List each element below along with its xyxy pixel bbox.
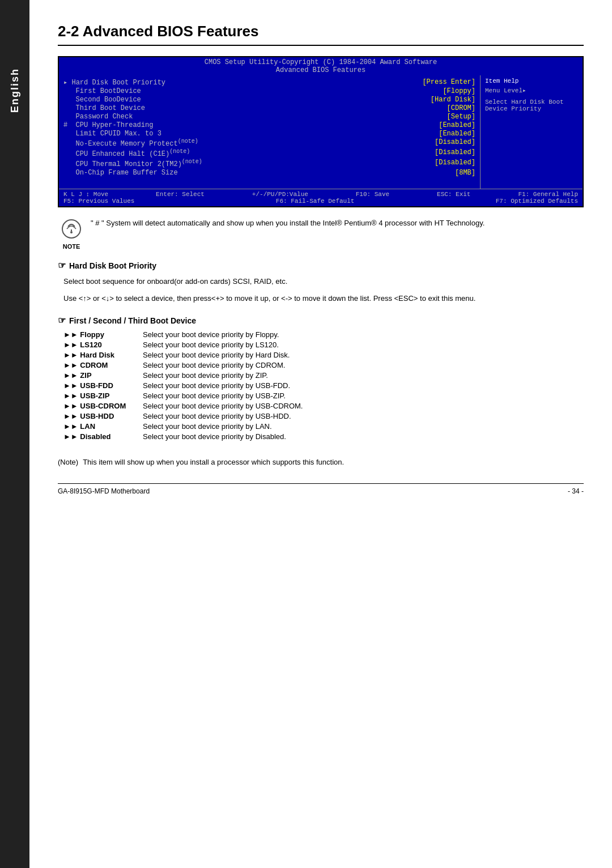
note-label: NOTE: [58, 243, 85, 250]
bios-row-8: CPU Enhanced Halt (C1E)(note) [Disabled]: [63, 148, 475, 158]
section-hard-disk-boot: Hard Disk Boot Priority Select boot sequ…: [58, 260, 584, 305]
boot-list-item: ►► LANSelect your boot device priority b…: [63, 422, 584, 431]
boot-list-item: ►► Hard DiskSelect your boot device prio…: [63, 351, 584, 359]
section-boot-device: First / Second / Third Boot Device ►► Fl…: [58, 315, 584, 441]
boot-item-label-3: ►► CDROM: [63, 361, 143, 369]
boot-list-item: ►► ZIPSelect your boot device priority b…: [63, 371, 584, 380]
footer-right: - 34 -: [568, 487, 584, 495]
boot-item-label-4: ►► ZIP: [63, 371, 143, 380]
section1-title: Hard Disk Boot Priority: [58, 260, 584, 271]
section1-para2: Use <↑> or <↓> to select a device, then …: [63, 292, 584, 305]
boot-item-label-2: ►► Hard Disk: [63, 351, 143, 359]
boot-list-item: ►► USB-ZIPSelect your boot device priori…: [63, 392, 584, 400]
boot-list-item: ►► USB-FDDSelect your boot device priori…: [63, 381, 584, 390]
boot-item-desc-1: Select your boot device priority by LS12…: [143, 341, 584, 349]
note-section: NOTE " # " System will detect automatica…: [58, 218, 584, 250]
svg-point-0: [62, 220, 80, 238]
boot-item-desc-10: Select your boot device priority by Disa…: [143, 432, 584, 441]
boot-list-item: ►► CDROMSelect your boot device priority…: [63, 361, 584, 369]
bios-header-line2: Advanced BIOS Features: [59, 66, 583, 74]
boot-item-label-10: ►► Disabled: [63, 432, 143, 441]
bios-body: ▸ Hard Disk Boot Priority [Press Enter] …: [59, 75, 583, 189]
boot-item-label-6: ►► USB-ZIP: [63, 392, 143, 400]
boot-item-desc-6: Select your boot device priority by USB-…: [143, 392, 584, 400]
boot-item-desc-7: Select your boot device priority by USB-…: [143, 402, 584, 410]
svg-point-1: [70, 231, 73, 233]
sidebar: English: [0, 0, 29, 868]
boot-list-item: ►► LS120Select your boot device priority…: [63, 341, 584, 349]
bios-row-5: # CPU Hyper-Threading [Enabled]: [63, 121, 475, 129]
boot-item-label-1: ►► LS120: [63, 341, 143, 349]
bottom-note-text: This item will show up when you install …: [83, 458, 344, 466]
boot-item-label-9: ►► LAN: [63, 422, 143, 431]
bios-right-panel: Item Help Menu Level▸ Select Hard Disk B…: [481, 75, 583, 189]
section1-para1: Select boot sequence for onboard(or add-…: [63, 275, 584, 288]
boot-item-desc-5: Select your boot device priority by USB-…: [143, 381, 584, 390]
footer-left: GA-8I915G-MFD Motherboard: [58, 487, 150, 495]
boot-item-label-5: ►► USB-FDD: [63, 381, 143, 390]
bios-item-help: Item Help Menu Level▸ Select Hard Disk B…: [485, 78, 578, 112]
boot-item-label-7: ►► USB-CDROM: [63, 402, 143, 410]
boot-list-item: ►► DisabledSelect your boot device prior…: [63, 432, 584, 441]
boot-item-desc-0: Select your boot device priority by Flop…: [143, 330, 584, 339]
bios-screen: CMOS Setup Utility-Copyright (C) 1984-20…: [58, 56, 584, 207]
sidebar-label: English: [9, 68, 21, 113]
bios-row-7: No-Execute Memory Protect(note) [Disable…: [63, 138, 475, 148]
bios-row-1: First BootDevice [Floppy]: [63, 87, 475, 95]
bios-row-0: ▸ Hard Disk Boot Priority [Press Enter]: [63, 78, 475, 87]
boot-item-desc-3: Select your boot device priority by CDRO…: [143, 361, 584, 369]
bottom-note: (Note) This item will show up when you i…: [58, 458, 584, 466]
note-text: " # " System will detect automatically a…: [91, 218, 484, 229]
bios-footer-row2: F5: Previous Values F6: Fail-Safe Defaul…: [63, 198, 578, 205]
section1-body: Select boot sequence for onboard(or add-…: [63, 275, 584, 305]
boot-item-label-0: ►► Floppy: [63, 330, 143, 339]
boot-item-label-8: ►► USB-HDD: [63, 412, 143, 420]
page-title: 2-2 Advanced BIOS Features: [58, 23, 584, 46]
bios-row-6: Limit CPUID Max. to 3 [Enabled]: [63, 130, 475, 138]
bios-left-panel: ▸ Hard Disk Boot Priority [Press Enter] …: [59, 75, 481, 189]
bios-footer: K L J ↕ Move Enter: Select +/-/PU/PD:Val…: [59, 189, 583, 206]
boot-item-desc-9: Select your boot device priority by LAN.: [143, 422, 584, 431]
bios-row-2: Second BooDevice [Hard Disk]: [63, 96, 475, 104]
boot-item-desc-4: Select your boot device priority by ZIP.: [143, 371, 584, 380]
boot-list-item: ►► USB-HDDSelect your boot device priori…: [63, 412, 584, 420]
boot-item-desc-2: Select your boot device priority by Hard…: [143, 351, 584, 359]
bios-row-3: Third Boot Device [CDROM]: [63, 104, 475, 112]
note-svg-icon: [60, 218, 83, 240]
bottom-note-label: (Note): [58, 458, 78, 466]
bios-footer-row1: K L J ↕ Move Enter: Select +/-/PU/PD:Val…: [63, 191, 578, 198]
bios-header-line1: CMOS Setup Utility-Copyright (C) 1984-20…: [59, 58, 583, 66]
boot-list-item: ►► FloppySelect your boot device priorit…: [63, 330, 584, 339]
section2-title: First / Second / Third Boot Device: [58, 315, 584, 326]
boot-device-list: ►► FloppySelect your boot device priorit…: [63, 330, 584, 441]
main-content: 2-2 Advanced BIOS Features CMOS Setup Ut…: [29, 0, 612, 518]
note-icon: NOTE: [58, 218, 85, 250]
boot-list-item: ►► USB-CDROMSelect your boot device prio…: [63, 402, 584, 410]
bios-row-10: On-Chip Frame Buffer Size [8MB]: [63, 169, 475, 177]
page-footer: GA-8I915G-MFD Motherboard - 34 -: [58, 483, 584, 495]
bios-row-9: CPU Thermal Monitor 2(TM2)(note) [Disabl…: [63, 159, 475, 168]
bios-row-4: Password Check [Setup]: [63, 113, 475, 121]
bios-header1: CMOS Setup Utility-Copyright (C) 1984-20…: [59, 57, 583, 75]
boot-item-desc-8: Select your boot device priority by USB-…: [143, 412, 584, 420]
